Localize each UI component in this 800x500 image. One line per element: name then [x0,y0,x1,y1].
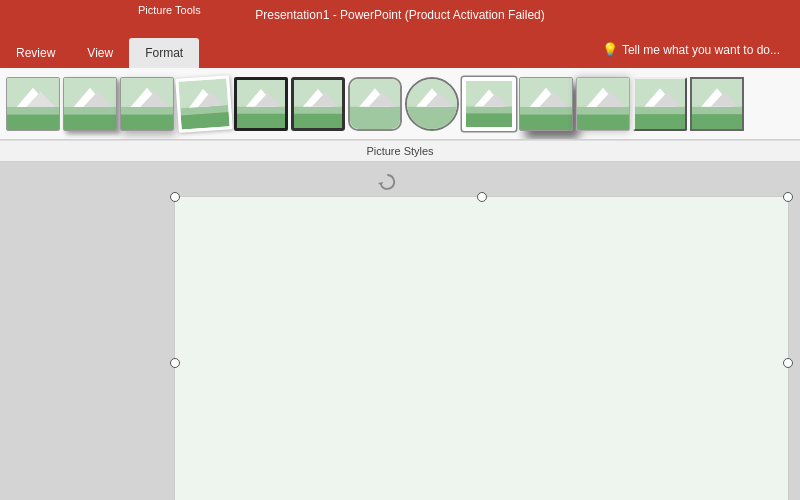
svg-rect-35 [407,106,457,128]
svg-rect-52 [577,114,629,129]
svg-rect-42 [466,113,512,127]
handle-mid-left[interactable] [170,358,180,368]
picture-style-10[interactable] [576,77,630,131]
picture-style-11[interactable] [633,77,687,131]
title-bar: Picture Tools Presentation1 - PowerPoint… [0,0,800,36]
svg-rect-24 [237,113,285,127]
svg-marker-63 [378,182,383,186]
picture-style-8[interactable] [462,77,516,131]
svg-rect-14 [121,114,173,129]
lightbulb-icon: 💡 [602,42,618,57]
tab-row: Review View Format 💡 Tell me what you wa… [0,36,800,68]
picture-style-0[interactable] [6,77,60,131]
svg-rect-9 [64,114,116,129]
picture-style-9[interactable] [519,77,573,131]
handle-top-right[interactable] [783,192,793,202]
rotate-handle[interactable] [378,172,398,192]
canvas-area [0,162,800,500]
svg-rect-62 [692,114,742,129]
handle-mid-right[interactable] [783,358,793,368]
svg-rect-47 [520,114,572,129]
picture-style-2[interactable] [120,77,174,131]
picture-tools-label: Picture Tools [130,0,209,20]
tab-format[interactable]: Format [129,38,199,68]
picture-style-1[interactable] [63,77,117,131]
selected-image [174,196,789,500]
tellme-bar[interactable]: 💡 Tell me what you want to do... [602,42,780,57]
window-title: Presentation1 - PowerPoint (Product Acti… [255,8,544,22]
tab-review[interactable]: Review [0,38,71,68]
picture-style-3[interactable] [175,75,233,133]
picture-style-4[interactable] [234,77,288,131]
svg-rect-57 [635,114,685,129]
handle-top-left[interactable] [170,192,180,202]
picture-styles-label: Picture Styles [0,140,800,162]
tab-view[interactable]: View [71,38,129,68]
svg-rect-4 [7,114,59,129]
picture-style-12[interactable] [690,77,744,131]
svg-rect-29 [294,113,342,127]
svg-rect-31 [350,106,400,128]
handle-top-mid[interactable] [477,192,487,202]
tellme-text: Tell me what you want to do... [622,43,780,57]
ribbon [0,68,800,140]
picture-style-5[interactable] [291,77,345,131]
picture-style-6[interactable] [348,77,402,131]
picture-style-7[interactable] [405,77,459,131]
